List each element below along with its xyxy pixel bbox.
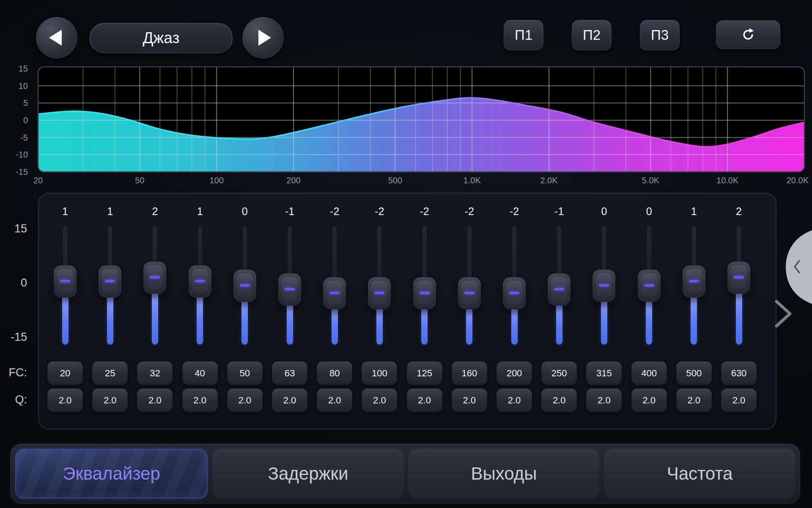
thumb-dash-icon (599, 284, 609, 287)
band-slider-fill (646, 297, 652, 345)
slider-scale-min-label: -15 (0, 331, 27, 343)
x-axis-tick-label: 2.0K (540, 176, 558, 185)
band-q-button[interactable]: 2.0 (407, 389, 442, 412)
band-fc-button[interactable]: 630 (721, 362, 757, 385)
thumb-dash-icon (195, 280, 205, 282)
band-slider-fill (241, 297, 248, 345)
eq-band-column-9: -21252.0 (402, 193, 447, 429)
band-slider-thumb[interactable] (99, 265, 121, 298)
tab-delays[interactable]: Задержки (213, 449, 403, 499)
band-q-button[interactable]: 2.0 (47, 389, 83, 412)
band-slider-fill (332, 305, 338, 345)
band-slider-thumb[interactable] (413, 277, 436, 309)
thumb-dash-icon (509, 292, 519, 294)
thumb-dash-icon (150, 276, 160, 279)
band-slider-thumb[interactable] (233, 270, 256, 302)
band-slider-thumb[interactable] (638, 270, 661, 302)
band-slider-thumb[interactable] (143, 262, 166, 294)
band-fc-button[interactable]: 20 (47, 362, 83, 385)
y-axis-tick-label: 10 (19, 81, 28, 91)
band-q-button[interactable]: 2.0 (452, 389, 487, 412)
band-fc-button[interactable]: 100 (362, 362, 397, 385)
thumb-dash-icon (554, 288, 564, 290)
tab-frequency[interactable]: Частота (604, 449, 795, 499)
band-fc-button[interactable]: 160 (452, 362, 487, 385)
x-axis-tick-label: 100 (209, 176, 223, 185)
slider-scale-zero-label: 0 (0, 277, 27, 289)
band-slider-fill (556, 301, 562, 345)
band-fc-button[interactable]: 200 (497, 362, 532, 385)
band-q-button[interactable]: 2.0 (676, 389, 712, 412)
tab-equalizer[interactable]: Эквалайзер (15, 449, 208, 499)
band-slider-thumb[interactable] (593, 270, 615, 302)
band-slider-thumb[interactable] (548, 273, 571, 306)
band-gain-value: 0 (222, 205, 267, 218)
band-q-button[interactable]: 2.0 (541, 389, 577, 412)
band-q-button[interactable]: 2.0 (317, 389, 352, 412)
band-slider-thumb[interactable] (323, 277, 346, 309)
band-fc-button[interactable]: 125 (407, 362, 442, 385)
band-slider-thumb[interactable] (503, 277, 526, 309)
x-axis-tick-label: 10.0K (716, 176, 739, 185)
eq-band-column-7: -2802.0 (312, 193, 357, 429)
thumb-dash-icon (60, 280, 70, 282)
drawer-handle[interactable] (782, 224, 812, 309)
x-axis-tick-label: 20 (33, 176, 43, 185)
band-slider-thumb[interactable] (683, 265, 705, 298)
eq-band-column-12: -12502.0 (537, 193, 582, 429)
band-slider-thumb[interactable] (278, 273, 301, 306)
band-q-button[interactable]: 2.0 (92, 389, 128, 412)
band-fc-button[interactable]: 315 (586, 362, 622, 385)
band-slider-fill (62, 293, 69, 345)
band-fc-button[interactable]: 50 (227, 362, 263, 385)
band-slider-thumb[interactable] (727, 262, 750, 294)
band-slider-fill (421, 305, 428, 345)
band-slider-thumb[interactable] (458, 277, 481, 309)
x-axis-tick-label: 200 (286, 176, 300, 185)
y-axis-tick-label: -15 (16, 167, 28, 177)
band-gain-value: -1 (537, 205, 582, 218)
chevron-right-icon (776, 301, 790, 326)
band-gain-value: -2 (312, 205, 357, 218)
eq-band-column-4: 1402.0 (178, 193, 222, 429)
band-gain-value: 0 (582, 205, 626, 218)
band-q-button[interactable]: 2.0 (631, 389, 667, 412)
band-fc-button[interactable]: 32 (137, 362, 173, 385)
thumb-dash-icon (285, 288, 295, 290)
band-slider-thumb[interactable] (189, 265, 211, 298)
next-bands-button[interactable] (772, 298, 794, 329)
band-q-button[interactable]: 2.0 (721, 389, 757, 412)
band-q-button[interactable]: 2.0 (272, 389, 307, 412)
band-fc-button[interactable]: 80 (317, 362, 352, 385)
tab-outputs[interactable]: Выходы (409, 449, 599, 499)
band-slider-fill (601, 297, 607, 345)
band-q-button[interactable]: 2.0 (137, 389, 173, 412)
band-fc-button[interactable]: 400 (631, 362, 667, 385)
eq-band-column-14: 04002.0 (627, 193, 672, 429)
band-q-button[interactable]: 2.0 (182, 389, 218, 412)
thumb-dash-icon (240, 284, 250, 287)
band-gain-value: 2 (132, 205, 177, 218)
band-gain-value: -2 (447, 205, 492, 218)
q-row-label: Q: (0, 394, 27, 406)
band-q-button[interactable]: 2.0 (497, 389, 532, 412)
thumb-dash-icon (105, 280, 115, 282)
band-gain-value: -1 (267, 205, 312, 218)
band-gain-value: -2 (402, 205, 447, 218)
band-fc-button[interactable]: 40 (182, 362, 218, 385)
y-axis-tick-label: 5 (23, 98, 28, 108)
eq-band-column-13: 03152.0 (582, 193, 626, 429)
band-slider-thumb[interactable] (368, 277, 391, 309)
thumb-dash-icon (374, 292, 384, 294)
band-fc-button[interactable]: 25 (92, 362, 128, 385)
band-slider-thumb[interactable] (54, 265, 77, 298)
band-q-button[interactable]: 2.0 (227, 389, 263, 412)
eq-curve-chart: 151050-5-10-1520501002005001.0K2.0K5.0K1… (0, 0, 812, 195)
band-q-button[interactable]: 2.0 (586, 389, 622, 412)
band-fc-button[interactable]: 500 (676, 362, 712, 385)
thumb-dash-icon (734, 276, 744, 279)
thumb-dash-icon (644, 284, 654, 287)
band-q-button[interactable]: 2.0 (362, 389, 397, 412)
band-fc-button[interactable]: 63 (272, 362, 307, 385)
band-fc-button[interactable]: 250 (541, 362, 577, 385)
